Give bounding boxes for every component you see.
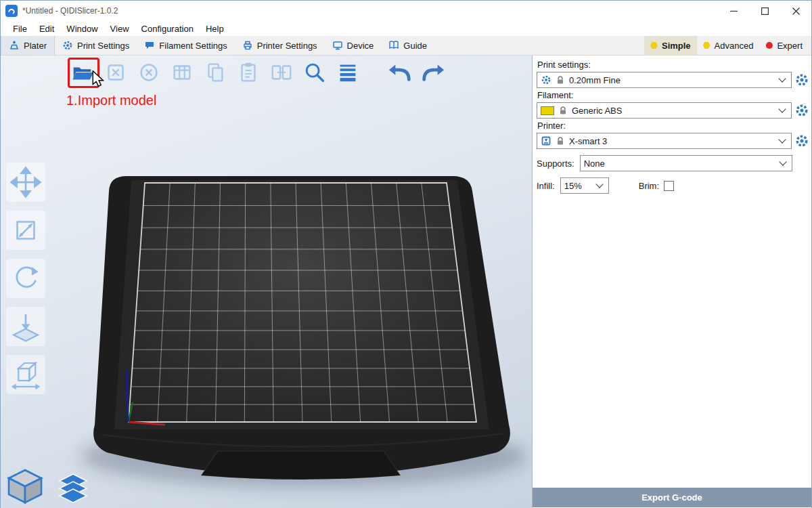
- menu-configuration[interactable]: Configuration: [135, 24, 200, 34]
- tab-print-settings[interactable]: Print Settings: [55, 36, 137, 55]
- tab-plater[interactable]: Plater: [1, 36, 55, 55]
- minimize-icon: [730, 7, 738, 15]
- minimize-button[interactable]: [718, 1, 749, 21]
- delete-icon: [103, 60, 129, 85]
- mode-expert[interactable]: Expert: [759, 36, 809, 55]
- mode-label: Advanced: [715, 41, 754, 51]
- paste-button[interactable]: [235, 59, 262, 86]
- mode-simple[interactable]: Simple: [644, 36, 697, 55]
- print-bed-3d[interactable]: [1, 56, 532, 508]
- scale-button[interactable]: [6, 211, 45, 250]
- delete-all-icon: [136, 60, 162, 85]
- lock-icon: [556, 75, 565, 85]
- move-button[interactable]: [6, 163, 45, 202]
- menu-edit[interactable]: Edit: [33, 24, 60, 34]
- delete-all-button[interactable]: [135, 59, 162, 86]
- tab-label: Printer Settings: [257, 41, 317, 51]
- left-toolbar: [6, 163, 45, 394]
- printer-row: X-smart 3: [537, 133, 809, 149]
- print-settings-combo[interactable]: 0.20mm Fine: [537, 72, 792, 88]
- menu-view[interactable]: View: [104, 24, 135, 34]
- undo-button[interactable]: [386, 59, 413, 86]
- close-icon: [792, 7, 800, 15]
- arrange-icon: [169, 60, 195, 85]
- chevron-down-icon: [595, 180, 603, 188]
- guide-icon: [388, 40, 399, 51]
- redo-button[interactable]: [420, 59, 447, 86]
- mode-label: Simple: [662, 41, 691, 51]
- gear-icon: [62, 40, 73, 51]
- filament-combo[interactable]: Generic ABS: [537, 102, 792, 119]
- filament-label: Filament:: [537, 90, 809, 100]
- supports-combo[interactable]: None: [580, 155, 792, 171]
- tab-label: Guide: [403, 41, 427, 51]
- search-icon: [302, 60, 328, 85]
- tab-device[interactable]: Device: [325, 36, 382, 55]
- paste-icon: [235, 60, 261, 85]
- tab-label: Plater: [24, 41, 47, 51]
- rotate-button[interactable]: [6, 259, 45, 298]
- titlebar: *Untitled - QIDISlicer-1.0.2: [1, 1, 811, 21]
- chevron-down-icon: [778, 75, 786, 82]
- delete-button[interactable]: [102, 59, 129, 86]
- tab-guide[interactable]: Guide: [381, 36, 434, 55]
- chevron-down-icon: [778, 105, 786, 112]
- window-title: *Untitled - QIDISlicer-1.0.2: [22, 6, 718, 16]
- redo-icon: [420, 60, 446, 85]
- split-objects-button[interactable]: [268, 59, 295, 86]
- variable-layer-height-button[interactable]: [334, 59, 361, 86]
- variable-layer-height-icon: [335, 60, 361, 85]
- close-button[interactable]: [780, 1, 811, 21]
- filament-color-swatch: [541, 106, 554, 115]
- preview-layers-button[interactable]: [55, 473, 91, 507]
- tab-printer-settings[interactable]: Printer Settings: [235, 36, 325, 55]
- copy-icon: [202, 60, 228, 85]
- tab-filament-settings[interactable]: Filament Settings: [137, 36, 234, 55]
- mode-advanced[interactable]: Advanced: [697, 36, 760, 55]
- place-on-face-button[interactable]: [6, 307, 45, 346]
- rotate-icon: [9, 261, 43, 295]
- editor-3d-view-button[interactable]: [5, 466, 45, 507]
- supports-value: None: [584, 158, 605, 169]
- export-gcode-button[interactable]: Export G-code: [533, 488, 811, 507]
- search-button[interactable]: [301, 59, 328, 86]
- qidislicer-window: *Untitled - QIDISlicer-1.0.2 File Edit W…: [0, 0, 812, 508]
- measure-button[interactable]: [6, 355, 45, 394]
- move-icon: [9, 165, 43, 199]
- mode-switcher: Simple Advanced Expert: [644, 36, 811, 55]
- menubar: File Edit Window View Configuration Help: [1, 21, 811, 36]
- undo-icon: [387, 60, 413, 85]
- menu-file[interactable]: File: [7, 24, 33, 34]
- menu-window[interactable]: Window: [60, 24, 104, 34]
- chevron-down-icon: [778, 135, 786, 143]
- scale-icon: [9, 213, 43, 247]
- tab-label: Filament Settings: [159, 41, 227, 51]
- brim-checkbox[interactable]: [664, 181, 674, 191]
- printer-icon: [242, 40, 253, 51]
- app-logo-icon: [5, 5, 18, 17]
- print-settings-gear-button[interactable]: [795, 73, 809, 87]
- printer-value: X-smart 3: [569, 136, 607, 146]
- brim-label: Brim:: [639, 181, 659, 191]
- printer-gear-button[interactable]: [795, 134, 809, 148]
- plater-icon: [9, 40, 20, 51]
- viewport-3d[interactable]: 1.Import model: [1, 56, 533, 508]
- menu-help[interactable]: Help: [200, 24, 230, 34]
- printer-combo[interactable]: X-smart 3: [537, 133, 792, 149]
- expert-mode-icon: [765, 42, 773, 49]
- infill-combo[interactable]: 15%: [560, 177, 609, 194]
- filament-gear-button[interactable]: [795, 104, 809, 117]
- content: 1.Import model: [1, 56, 811, 507]
- filament-row: Generic ABS: [537, 102, 809, 119]
- mouse-cursor-icon: [91, 70, 106, 87]
- top-toolbar: [69, 59, 453, 86]
- printer-icon: [541, 135, 551, 146]
- arrange-button[interactable]: [168, 59, 196, 86]
- filament-value: Generic ABS: [572, 106, 622, 116]
- gear-icon: [541, 75, 551, 85]
- device-icon: [332, 40, 343, 51]
- chevron-down-icon: [779, 158, 786, 165]
- supports-row: Supports: None: [537, 155, 809, 171]
- maximize-button[interactable]: [749, 1, 780, 21]
- copy-button[interactable]: [202, 59, 229, 86]
